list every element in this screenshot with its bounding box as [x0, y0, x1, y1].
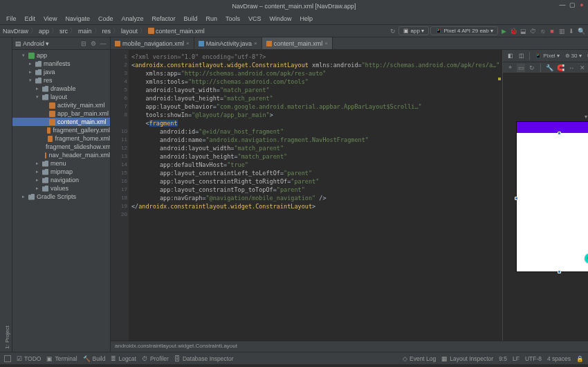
- warning-marker[interactable]: [498, 78, 501, 80]
- default-margins-icon[interactable]: ↔: [567, 64, 576, 72]
- tree-item[interactable]: nav_header_main.xml: [12, 151, 110, 159]
- hide-panel-icon[interactable]: —: [99, 39, 107, 48]
- menu-analyze[interactable]: Analyze: [118, 14, 147, 24]
- tree-item[interactable]: ▸menu: [12, 159, 110, 168]
- rotate-icon[interactable]: ↻: [528, 64, 536, 72]
- design-surfaces[interactable]: ▾ ▾: [503, 73, 588, 341]
- tree-item[interactable]: ▸manifests: [12, 60, 110, 68]
- close-tab-icon[interactable]: ×: [254, 40, 257, 46]
- menu-file[interactable]: File: [3, 14, 20, 24]
- memory-indicator-icon[interactable]: 🔒: [576, 355, 584, 362]
- gear-icon[interactable]: ⚙: [89, 39, 98, 48]
- stop-icon[interactable]: ■: [548, 27, 556, 35]
- menu-run[interactable]: Run: [203, 14, 221, 24]
- code-editor[interactable]: <?xml version="1.0" encoding="utf-8"?><a…: [129, 50, 502, 341]
- menu-code[interactable]: Code: [95, 14, 117, 24]
- status-event-log[interactable]: ◇ Event Log: [403, 355, 436, 362]
- menu-navigate[interactable]: Navigate: [62, 14, 93, 24]
- menu-window[interactable]: Window: [266, 14, 295, 24]
- breadcrumb-item[interactable]: app: [39, 28, 49, 35]
- project-tree[interactable]: ▾app▸manifests▸java▾res▸drawable▾layouta…: [12, 50, 110, 352]
- debug-icon[interactable]: 🐞: [509, 27, 517, 35]
- run-icon[interactable]: ▶: [499, 27, 508, 35]
- tree-item[interactable]: ▸java: [12, 68, 110, 76]
- wrench-icon[interactable]: 🔧: [545, 64, 553, 72]
- api-dropdown[interactable]: ⊚ 30 ▾: [563, 52, 584, 60]
- status-profiler[interactable]: ⏱ Profiler: [142, 355, 169, 362]
- tree-item[interactable]: fragment_home.xml: [12, 134, 110, 143]
- status-terminal[interactable]: ▣ Terminal: [46, 355, 77, 362]
- code-pane[interactable]: 123456781011121314151617181920 <?xml ver…: [111, 50, 503, 341]
- coverage-icon[interactable]: ⬓: [519, 27, 527, 35]
- tree-item[interactable]: fragment_slideshow.xml: [12, 143, 110, 151]
- line-separator[interactable]: LF: [513, 355, 520, 362]
- tree-item[interactable]: activity_main.xml: [12, 101, 110, 109]
- status-build[interactable]: 🔨 Build: [83, 355, 106, 362]
- menu-refactor[interactable]: Refactor: [148, 14, 178, 24]
- tree-item[interactable]: content_main.xml: [12, 118, 110, 126]
- menu-build[interactable]: Build: [180, 14, 201, 24]
- collapse-all-icon[interactable]: ⊟: [80, 39, 88, 48]
- sdk-manager-icon[interactable]: ⬇: [567, 27, 576, 35]
- tree-item[interactable]: ▾app: [12, 51, 110, 60]
- tool-tab-project[interactable]: 1: Project: [3, 42, 12, 352]
- breadcrumb-item[interactable]: NavDraw: [3, 28, 28, 35]
- run-config-selector[interactable]: ▣ app ▾: [398, 26, 429, 35]
- tree-item[interactable]: ▸mipmap: [12, 168, 110, 176]
- device-dropdown[interactable]: 📱 Pixel ▾: [533, 52, 561, 60]
- menu-help[interactable]: Help: [297, 14, 317, 24]
- tree-item[interactable]: ▸Gradle Scripts: [12, 193, 110, 201]
- code-breadcrumb[interactable]: androidx.constraintlayout.widget.Constra…: [111, 341, 588, 352]
- breadcrumb-item[interactable]: main: [78, 28, 92, 35]
- search-icon[interactable]: 🔍: [577, 27, 585, 35]
- avd-manager-icon[interactable]: ▥: [558, 27, 566, 35]
- tree-item[interactable]: ▸values: [12, 184, 110, 193]
- close-icon[interactable]: ●: [578, 1, 585, 8]
- magnet-icon[interactable]: 🧲: [556, 64, 564, 72]
- device-preview[interactable]: [517, 122, 588, 271]
- pan-icon[interactable]: ▭: [517, 64, 525, 72]
- tree-item[interactable]: ▸navigation: [12, 176, 110, 184]
- maximize-icon[interactable]: ▢: [569, 1, 576, 8]
- editor-tab[interactable]: mobile_navigation.xml×: [111, 37, 194, 49]
- breadcrumb-item[interactable]: layout: [121, 28, 138, 35]
- tree-item[interactable]: ▸drawable: [12, 84, 110, 93]
- breadcrumb[interactable]: NavDraw〉app〉src〉main〉res〉layout〉 content…: [3, 26, 389, 35]
- tree-item[interactable]: ▾layout: [12, 93, 110, 101]
- menu-vcs[interactable]: VCS: [245, 14, 265, 24]
- breadcrumb-item[interactable]: src: [59, 28, 68, 35]
- tree-item[interactable]: app_bar_main.xml: [12, 109, 110, 118]
- status-todo[interactable]: ☑ TODO: [17, 355, 41, 362]
- menu-edit[interactable]: Edit: [21, 14, 39, 24]
- indent-setting[interactable]: 4 spaces: [547, 355, 571, 362]
- project-view-dropdown[interactable]: ▤ Android ▾: [15, 40, 49, 47]
- breadcrumb-item[interactable]: content_main.xml: [148, 28, 205, 35]
- status-layout-inspector[interactable]: ▦ Layout Inspector: [441, 355, 493, 362]
- pointer-icon[interactable]: ⌖: [506, 64, 514, 72]
- sync-icon[interactable]: ↻: [389, 27, 397, 35]
- fab-icon[interactable]: [585, 253, 588, 263]
- tree-item[interactable]: ▾res: [12, 76, 110, 84]
- attach-debugger-icon[interactable]: ⎋: [538, 27, 546, 35]
- status-logcat[interactable]: ≣ Logcat: [111, 355, 136, 362]
- theme-dropdown[interactable]: ⓘ NavDraw ▾: [585, 51, 588, 60]
- editor-tab[interactable]: MainActivity.java×: [194, 37, 262, 49]
- tree-item[interactable]: fragment_gallery.xml: [12, 126, 110, 134]
- palette-toggle-icon[interactable]: ◧: [506, 52, 515, 60]
- menu-tools[interactable]: Tools: [222, 14, 244, 24]
- editor-area: mobile_navigation.xml×MainActivity.java×…: [111, 37, 588, 352]
- menu-view[interactable]: View: [40, 14, 60, 24]
- close-tab-icon[interactable]: ×: [186, 40, 190, 46]
- profiler-icon[interactable]: ⏱: [529, 27, 537, 35]
- tool-window-toggle-icon[interactable]: [4, 355, 11, 362]
- close-tab-icon[interactable]: ×: [324, 40, 328, 46]
- editor-tab[interactable]: content_main.xml×: [262, 37, 333, 49]
- device-selector[interactable]: 📱 Pixel 4 API 29 eab ▾: [430, 26, 498, 35]
- breadcrumb-item[interactable]: res: [102, 28, 111, 35]
- status-database[interactable]: 🗄 Database Inspector: [174, 355, 234, 362]
- minimize-icon[interactable]: —: [559, 1, 566, 8]
- surface-select-icon[interactable]: ◫: [517, 52, 526, 60]
- file-encoding[interactable]: UTF-8: [525, 355, 542, 362]
- clear-constraints-icon[interactable]: ✕: [578, 64, 587, 72]
- caret-position[interactable]: 9:5: [499, 355, 507, 362]
